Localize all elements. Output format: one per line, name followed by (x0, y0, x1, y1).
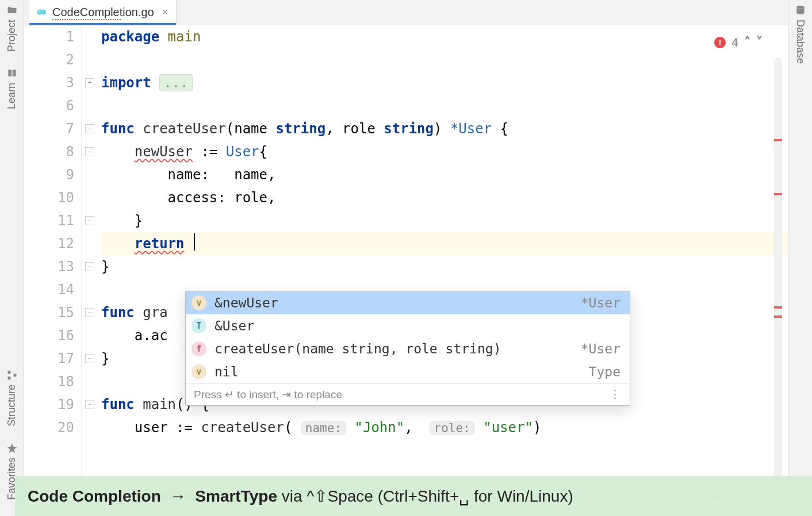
gutter: 1 2 3 6 7 8 9 10 11 12 13 14 15 16 17 18… (24, 25, 82, 516)
database-icon (795, 5, 806, 16)
more-icon[interactable]: ⋮ (610, 383, 621, 406)
inspection-widget[interactable]: ! 4 ˄ ˅ (714, 31, 763, 54)
svg-rect-1 (7, 376, 10, 379)
editor-area: CodeCompletion.go × 1 2 3 6 7 8 9 10 11 … (24, 0, 788, 516)
tip-banner: Code Completion → SmartType via ^⇧Space … (15, 476, 812, 516)
svg-rect-0 (7, 371, 10, 373)
svg-point-7 (796, 6, 804, 9)
inlay-hint: role: (430, 421, 475, 435)
tab-codecompletion[interactable]: CodeCompletion.go × (29, 0, 177, 25)
line-number: 1 (24, 25, 74, 48)
fold-collapse-icon[interactable]: − (85, 400, 94, 409)
svg-point-6 (43, 11, 44, 12)
chevron-up-icon[interactable]: ˄ (744, 31, 750, 54)
close-icon[interactable]: × (162, 6, 168, 18)
text-cursor (194, 233, 195, 251)
code-editor[interactable]: 1 2 3 6 7 8 9 10 11 12 13 14 15 16 17 18… (24, 25, 788, 516)
error-marker-strip[interactable] (774, 57, 782, 510)
tool-learn[interactable]: Learn (6, 68, 18, 109)
svg-point-4 (41, 9, 46, 14)
inlay-hint: name: (301, 421, 346, 435)
error-badge-icon: ! (714, 37, 726, 48)
variable-kind-icon: v (191, 295, 206, 310)
code-content[interactable]: package main import ... func createUser(… (100, 25, 788, 516)
completion-item[interactable]: v nil Type (186, 360, 630, 383)
fold-collapse-icon[interactable]: − (85, 308, 94, 317)
fold-collapse-icon[interactable]: − (85, 124, 94, 133)
chevron-down-icon[interactable]: ˅ (756, 31, 763, 54)
fold-collapse-icon[interactable]: − (85, 354, 94, 363)
completion-item[interactable]: f createUser(name string, role string) *… (186, 337, 630, 360)
star-icon (6, 442, 18, 454)
svg-rect-2 (13, 373, 16, 376)
fold-column: + − − − − − − − (82, 25, 100, 516)
go-file-icon (35, 6, 48, 18)
folded-imports[interactable]: ... (159, 74, 192, 91)
completion-popup: v &newUser *User T &User f createUser(na… (185, 291, 630, 406)
svg-point-5 (39, 11, 40, 12)
error-count: 4 (731, 31, 738, 54)
completion-item[interactable]: v &newUser *User (186, 291, 630, 314)
structure-icon (6, 369, 18, 381)
type-kind-icon: T (191, 318, 206, 333)
tab-filename: CodeCompletion.go (52, 6, 154, 19)
left-tool-rail: Project Learn Structure Favorites (0, 0, 24, 516)
fold-collapse-icon[interactable]: − (85, 262, 94, 271)
tool-structure[interactable]: Structure (6, 369, 18, 426)
tab-bar: CodeCompletion.go × (24, 0, 788, 25)
completion-item[interactable]: T &User (186, 314, 630, 337)
tool-project[interactable]: Project (6, 5, 18, 52)
variable-kind-icon: v (191, 364, 206, 379)
fold-expand-icon[interactable]: + (85, 78, 94, 87)
tool-database[interactable]: Database (794, 5, 806, 64)
folder-icon (6, 5, 18, 16)
function-kind-icon: f (191, 341, 206, 356)
fold-collapse-icon[interactable]: − (85, 147, 94, 156)
completion-hint: Press ↵ to insert, ⇥ to replace ⋮ (186, 383, 630, 405)
book-icon (6, 68, 18, 79)
right-tool-rail: Database (788, 0, 812, 516)
fold-collapse-icon[interactable]: − (85, 216, 94, 225)
